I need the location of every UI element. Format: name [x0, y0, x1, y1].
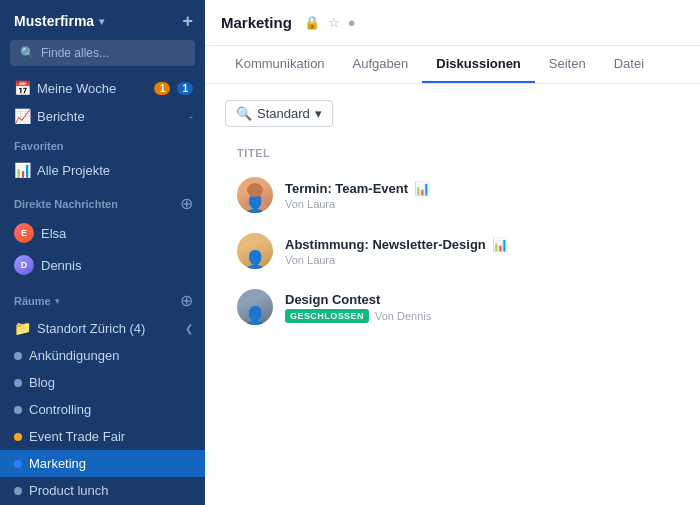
search-icon: 🔍 — [20, 46, 35, 60]
chart-icon: 📊 — [414, 181, 430, 196]
projects-icon: 📊 — [14, 162, 30, 178]
sidebar-item-reports[interactable]: 📈 Berichte - — [0, 102, 205, 130]
rooms-chevron-icon: ▾ — [55, 296, 60, 306]
week-badge-blue: 1 — [177, 82, 193, 95]
sidebar-item-ankuendigungen[interactable]: Ankündigungen — [0, 342, 205, 369]
table-header-titel: TITEL — [225, 143, 680, 167]
dot-menu-icon[interactable]: ● — [348, 15, 356, 30]
discussion-content-design-contest: Design Contest GESCHLOSSEN Von Dennis — [285, 292, 668, 323]
sidebar: Musterfirma ▾ + 🔍 Finde alles... 📅 Meine… — [0, 0, 205, 505]
sidebar-item-dennis[interactable]: D Dennis — [0, 249, 205, 281]
discussion-meta: Von Laura — [285, 198, 668, 210]
filter-chevron-icon: ▾ — [315, 106, 322, 121]
week-badge-orange: 1 — [154, 82, 170, 95]
dm-elsa-label: Elsa — [41, 226, 193, 241]
tab-diskussionen[interactable]: Diskussionen — [422, 45, 535, 83]
discussion-item-design-contest[interactable]: 👤 Design Contest GESCHLOSSEN Von Dennis — [225, 279, 680, 335]
tab-datei[interactable]: Datei — [600, 45, 658, 83]
reports-dash: - — [189, 110, 193, 122]
main-content: Marketing 🔒 ☆ ● Kommunikation Aufgaben D… — [205, 0, 700, 505]
discussion-title: Abstimmung: Newsletter-Design — [285, 237, 486, 252]
dot-gray-icon — [14, 379, 22, 387]
lock-icon[interactable]: 🔒 — [304, 15, 320, 30]
filter-label: Standard — [257, 106, 310, 121]
discussion-item-newsletter[interactable]: 👤 Abstimmung: Newsletter-Design 📊 Von La… — [225, 223, 680, 279]
sidebar-item-controlling[interactable]: Controlling — [0, 396, 205, 423]
reports-icon: 📈 — [14, 108, 30, 124]
company-chevron-icon: ▾ — [99, 16, 104, 27]
sidebar-item-elsa[interactable]: E Elsa — [0, 217, 205, 249]
discussion-title-row: Abstimmung: Newsletter-Design 📊 — [285, 237, 668, 252]
company-name-button[interactable]: Musterfirma ▾ — [14, 13, 104, 29]
filter-bar: 🔍 Standard ▾ — [225, 100, 680, 127]
discussion-meta: Von Dennis — [375, 310, 431, 322]
all-projects-label: Alle Projekte — [37, 163, 193, 178]
room-label-controlling: Controlling — [29, 402, 193, 417]
sidebar-item-product-lunch[interactable]: Product lunch — [0, 477, 205, 504]
tab-seiten[interactable]: Seiten — [535, 45, 600, 83]
rooms-label: Räume — [14, 295, 51, 307]
folder-icon: 📁 — [14, 320, 30, 336]
company-name: Musterfirma — [14, 13, 94, 29]
rooms-toggle[interactable]: Räume ▾ — [14, 295, 60, 307]
dm-label: Direkte Nachrichten — [14, 198, 118, 210]
tab-bar: Kommunikation Aufgaben Diskussionen Seit… — [205, 46, 700, 84]
dot-yellow-icon — [14, 433, 22, 441]
star-icon[interactable]: ☆ — [328, 15, 340, 30]
avatar-dennis: D — [14, 255, 34, 275]
dot-gray-icon — [14, 487, 22, 495]
rooms-section-header: Räume ▾ ⊕ — [0, 281, 205, 314]
filter-search-icon: 🔍 — [236, 106, 252, 121]
room-label-marketing: Marketing — [29, 456, 193, 471]
discussions-content: 🔍 Standard ▾ TITEL 👤 Termin: Team-Event … — [205, 84, 700, 505]
filter-standard-button[interactable]: 🔍 Standard ▾ — [225, 100, 333, 127]
discussion-content-team-event: Termin: Team-Event 📊 Von Laura — [285, 181, 668, 210]
avatar-elsa: E — [14, 223, 34, 243]
sidebar-item-standort-zurich[interactable]: 📁 Standort Zürich (4) ❮ — [0, 314, 205, 342]
closed-badge: GESCHLOSSEN — [285, 309, 369, 323]
discussion-item-team-event[interactable]: 👤 Termin: Team-Event 📊 Von Laura — [225, 167, 680, 223]
avatar-dennis-main: 👤 — [237, 289, 273, 325]
discussion-meta: Von Laura — [285, 254, 668, 266]
sidebar-item-all-projects[interactable]: 📊 Alle Projekte — [0, 156, 205, 184]
search-placeholder: Finde alles... — [41, 46, 109, 60]
calendar-icon: 📅 — [14, 80, 30, 96]
sidebar-add-button[interactable]: + — [182, 12, 193, 30]
avatar-laura-2: 👤 — [237, 233, 273, 269]
reports-label: Berichte — [37, 109, 182, 124]
sidebar-search[interactable]: 🔍 Finde alles... — [10, 40, 195, 66]
dot-gray-icon — [14, 352, 22, 360]
collapse-arrow-icon: ❮ — [185, 323, 193, 334]
room-label-ankuendigungen: Ankündigungen — [29, 348, 193, 363]
discussion-title-row: Termin: Team-Event 📊 — [285, 181, 668, 196]
sidebar-item-marketing[interactable]: Marketing — [0, 450, 205, 477]
rooms-add-button[interactable]: ⊕ — [180, 291, 193, 310]
favorites-section-label: Favoriten — [0, 130, 205, 156]
sidebar-header: Musterfirma ▾ + — [0, 0, 205, 40]
room-label-zurich: Standort Zürich (4) — [37, 321, 178, 336]
sidebar-item-my-week[interactable]: 📅 Meine Woche 1 1 — [0, 74, 205, 102]
topbar: Marketing 🔒 ☆ ● — [205, 0, 700, 46]
discussion-title: Design Contest — [285, 292, 380, 307]
room-label-product-lunch: Product lunch — [29, 483, 193, 498]
dot-gray-icon — [14, 406, 22, 414]
avatar-laura-1: 👤 — [237, 177, 273, 213]
room-label-blog: Blog — [29, 375, 193, 390]
discussion-title-row: Design Contest — [285, 292, 668, 307]
dm-add-button[interactable]: ⊕ — [180, 194, 193, 213]
sidebar-item-blog[interactable]: Blog — [0, 369, 205, 396]
sidebar-item-event-trade-fair[interactable]: Event Trade Fair — [0, 423, 205, 450]
chart-icon: 📊 — [492, 237, 508, 252]
dot-blue-icon — [14, 460, 22, 468]
dm-dennis-label: Dennis — [41, 258, 193, 273]
dm-section-header: Direkte Nachrichten ⊕ — [0, 184, 205, 217]
room-label-event-trade-fair: Event Trade Fair — [29, 429, 193, 444]
discussion-content-newsletter: Abstimmung: Newsletter-Design 📊 Von Laur… — [285, 237, 668, 266]
discussion-title: Termin: Team-Event — [285, 181, 408, 196]
page-title: Marketing — [221, 14, 292, 31]
tab-aufgaben[interactable]: Aufgaben — [339, 45, 423, 83]
tab-kommunikation[interactable]: Kommunikation — [221, 45, 339, 83]
my-week-label: Meine Woche — [37, 81, 147, 96]
